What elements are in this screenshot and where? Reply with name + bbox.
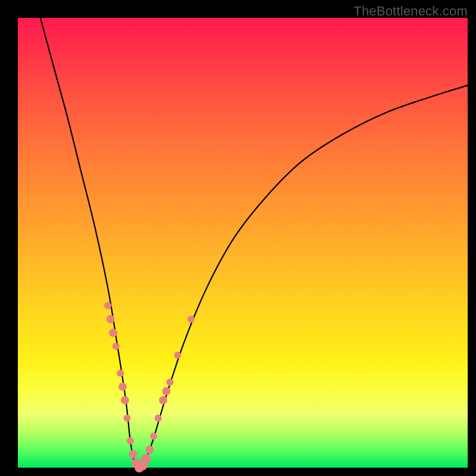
plot-area <box>18 18 468 468</box>
data-marker <box>162 387 170 395</box>
data-marker <box>117 369 124 377</box>
chart-frame: TheBottleneck.com <box>0 0 476 476</box>
data-marker <box>155 415 162 422</box>
data-marker <box>112 343 120 350</box>
data-marker <box>159 396 167 405</box>
watermark-text: TheBottleneck.com <box>353 4 468 19</box>
data-marker <box>174 352 181 359</box>
data-marker <box>104 302 111 309</box>
data-marker <box>187 316 195 323</box>
data-marker <box>127 437 134 444</box>
data-marker <box>141 454 151 464</box>
data-marker <box>146 446 154 454</box>
chart-svg <box>18 18 468 468</box>
data-marker <box>167 378 174 386</box>
data-marker <box>107 315 115 324</box>
data-marker <box>121 396 129 405</box>
data-marker <box>118 383 127 391</box>
curve-group <box>40 18 468 468</box>
bottleneck-curve <box>40 18 468 468</box>
data-marker <box>150 433 157 440</box>
marker-group <box>104 302 195 472</box>
data-marker <box>109 328 117 337</box>
data-marker <box>124 415 131 422</box>
data-marker <box>129 450 137 458</box>
